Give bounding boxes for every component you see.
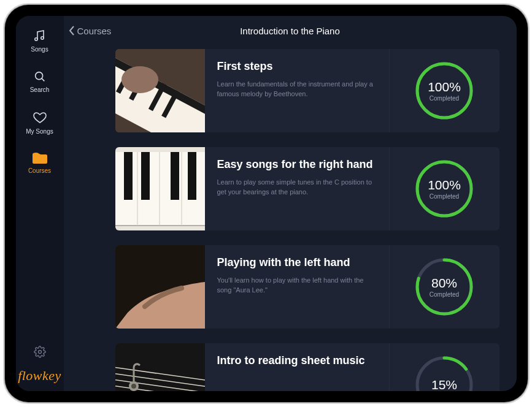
app-screen: Songs Search My Songs Courses flowkey	[16, 16, 517, 391]
lesson-description: Learn the fundamentals of the instrument…	[217, 80, 377, 99]
lesson-body: Intro to reading sheet music	[205, 343, 389, 391]
lesson-title: Easy songs for the right hand	[217, 158, 377, 172]
lesson-card[interactable]: Intro to reading sheet music 15%	[115, 343, 499, 391]
progress-label: Completed	[430, 193, 459, 200]
lesson-list[interactable]: First steps Learn the fundamentals of th…	[64, 43, 517, 391]
svg-rect-31	[115, 343, 205, 391]
lesson-description: You'll learn how to play with the left h…	[217, 276, 377, 295]
sidebar: Songs Search My Songs Courses flowkey	[16, 16, 64, 391]
svg-point-0	[35, 38, 37, 40]
lesson-title: Playing with the left hand	[217, 256, 377, 270]
lesson-thumbnail	[115, 245, 205, 329]
main-pane: Courses Introduction to the Piano First …	[64, 16, 517, 391]
lesson-progress: 80% Completed	[389, 245, 499, 329]
svg-point-13	[121, 66, 158, 93]
header: Courses Introduction to the Piano	[64, 16, 517, 43]
progress-value: 100%	[428, 178, 461, 192]
progress-label: Completed	[430, 95, 459, 102]
svg-point-1	[41, 37, 44, 39]
lesson-thumbnail	[115, 147, 205, 230]
svg-rect-20	[171, 152, 179, 200]
svg-point-4	[38, 351, 41, 354]
search-icon	[33, 70, 47, 83]
flowkey-logo: flowkey	[18, 368, 61, 384]
sidebar-item-label: Songs	[31, 46, 48, 53]
svg-rect-19	[141, 152, 150, 200]
svg-point-38	[131, 384, 136, 389]
sidebar-item-my-songs[interactable]: My Songs	[26, 110, 53, 135]
sidebar-item-label: My Songs	[26, 128, 53, 135]
lesson-progress: 100% Completed	[389, 49, 499, 132]
progress-ring: 100% Completed	[414, 159, 474, 219]
lesson-card[interactable]: Playing with the left hand You'll learn …	[115, 245, 499, 329]
music-note-icon	[32, 28, 47, 43]
sidebar-item-courses[interactable]: Courses	[28, 152, 51, 174]
progress-ring: 80% Completed	[414, 257, 474, 317]
lesson-body: Easy songs for the right hand Learn to p…	[205, 147, 389, 230]
lesson-title: Intro to reading sheet music	[217, 354, 377, 368]
progress-value: 80%	[431, 276, 457, 291]
lesson-progress: 15%	[389, 343, 499, 391]
lesson-body: Playing with the left hand You'll learn …	[205, 245, 389, 329]
svg-point-2	[35, 72, 42, 80]
lesson-title: First steps	[217, 60, 377, 74]
progress-value: 15%	[431, 378, 457, 392]
page-title: Introduction to the Piano	[64, 26, 517, 36]
lesson-description: Learn to play some simple tunes in the C…	[217, 178, 377, 197]
lesson-thumbnail	[115, 49, 205, 132]
lesson-progress: 100% Completed	[389, 147, 499, 230]
lesson-body: First steps Learn the fundamentals of th…	[205, 49, 389, 132]
progress-ring: 100% Completed	[414, 61, 474, 121]
sidebar-item-label: Search	[30, 86, 50, 93]
progress-ring: 15%	[414, 355, 474, 391]
svg-rect-18	[124, 152, 133, 200]
piano-icon	[32, 152, 48, 164]
sidebar-item-search[interactable]: Search	[30, 70, 50, 93]
back-label: Courses	[77, 26, 112, 36]
svg-rect-21	[188, 152, 196, 200]
chevron-left-icon	[67, 25, 76, 36]
sidebar-item-songs[interactable]: Songs	[31, 28, 48, 53]
settings-icon[interactable]	[34, 346, 46, 358]
progress-value: 100%	[428, 80, 461, 94]
sidebar-bottom: flowkey	[16, 346, 64, 384]
progress-label: Completed	[430, 291, 459, 298]
heart-icon	[33, 110, 47, 125]
lesson-thumbnail	[115, 343, 205, 391]
back-button[interactable]: Courses	[67, 25, 112, 36]
sidebar-item-label: Courses	[28, 167, 51, 174]
lesson-card[interactable]: First steps Learn the fundamentals of th…	[115, 49, 499, 132]
svg-line-3	[41, 78, 44, 81]
tablet-frame: Songs Search My Songs Courses flowkey	[5, 5, 528, 402]
lesson-card[interactable]: Easy songs for the right hand Learn to p…	[115, 147, 499, 230]
